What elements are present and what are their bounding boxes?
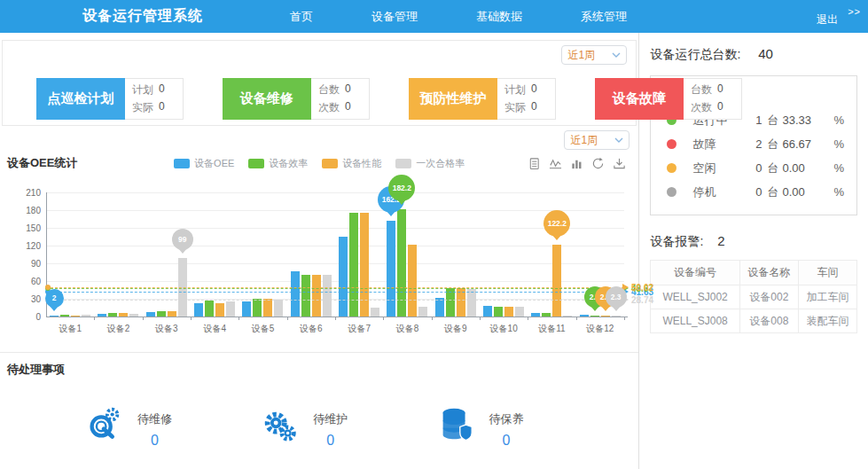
status-unit: 台 bbox=[767, 160, 778, 176]
chart-bar bbox=[263, 299, 272, 317]
legend-swatch-icon bbox=[248, 159, 264, 168]
markpoint-balloon: 182.2 bbox=[388, 175, 415, 201]
device-status-row: 空闲0台0.00% bbox=[663, 156, 844, 180]
y-tick-label: 30 bbox=[9, 294, 41, 304]
nav-item-4[interactable]: 系统管理 bbox=[581, 9, 627, 25]
save-image-icon[interactable] bbox=[613, 157, 626, 170]
card-stat-label: 实际 bbox=[132, 100, 153, 115]
summary-card-title: 设备故障 bbox=[595, 78, 684, 120]
markpoint-balloon: 2 bbox=[45, 289, 64, 308]
device-status-row: 停机0台0.00% bbox=[663, 180, 844, 204]
table-row[interactable]: WELL_SJ002设备002加工车间 bbox=[651, 285, 857, 309]
chart-bar bbox=[301, 275, 310, 317]
x-category-label: 设备7 bbox=[335, 323, 383, 335]
summary-card-4[interactable]: 设备故障台数0次数0 bbox=[595, 78, 742, 120]
todo-text: 待保养0 bbox=[489, 404, 523, 449]
table-cell: WELL_SJ002 bbox=[651, 285, 739, 309]
x-axis-tick bbox=[191, 317, 192, 320]
summary-card-1[interactable]: 点巡检计划计划0实际0 bbox=[36, 78, 184, 120]
chart-bar bbox=[371, 308, 379, 317]
legend-swatch-icon bbox=[395, 159, 411, 168]
markpoint-balloon: 2.3 bbox=[606, 286, 627, 308]
todo-item-1[interactable]: 待维修0 bbox=[84, 404, 172, 449]
chart-title: 设备OEE统计 bbox=[7, 155, 77, 171]
chart-bar bbox=[339, 237, 348, 317]
legend-item[interactable]: 设备OEE bbox=[174, 157, 234, 170]
chart-bar bbox=[323, 275, 332, 317]
card-stat-label: 台数 bbox=[691, 82, 712, 98]
card-stat-row: 计划0 bbox=[504, 82, 555, 98]
cards-range-value: 近1周 bbox=[567, 48, 595, 63]
bar-chart-icon[interactable] bbox=[570, 157, 583, 170]
x-axis-tick bbox=[287, 317, 288, 320]
status-dot-icon bbox=[667, 187, 676, 197]
cards-range-select[interactable]: 近1周 bbox=[561, 45, 627, 65]
chart-bar bbox=[387, 221, 395, 317]
table-row[interactable]: WELL_SJ008设备008装配车间 bbox=[651, 309, 857, 333]
logout-button[interactable]: 退出 bbox=[817, 12, 838, 27]
x-axis-tick bbox=[480, 317, 481, 320]
summary-card-2[interactable]: 设备维修台数0次数0 bbox=[223, 78, 370, 120]
legend-swatch-icon bbox=[174, 159, 190, 168]
card-stat-row: 台数0 bbox=[691, 82, 741, 98]
x-category-label: 设备5 bbox=[239, 323, 286, 335]
legend-item[interactable]: 设备效率 bbox=[248, 157, 308, 170]
data-view-icon[interactable] bbox=[528, 157, 541, 170]
todo-item-3[interactable]: 待保养0 bbox=[435, 404, 523, 449]
x-category-label: 设备4 bbox=[191, 323, 239, 335]
todo-item-2[interactable]: 待维护0 bbox=[260, 404, 348, 449]
header-right: >> 退出 bbox=[788, 0, 868, 33]
x-category-label: 设备10 bbox=[480, 323, 528, 335]
chart-bar bbox=[274, 300, 283, 317]
nav-item-1[interactable]: 首页 bbox=[290, 9, 313, 25]
chart-bar bbox=[515, 307, 524, 317]
card-stat-value: 0 bbox=[717, 82, 723, 98]
legend-item[interactable]: 设备性能 bbox=[322, 157, 381, 170]
nav-item-2[interactable]: 设备管理 bbox=[371, 9, 418, 25]
alarm-title-row: 设备报警: 2 bbox=[650, 233, 857, 250]
chevron-down-icon bbox=[612, 52, 621, 58]
card-stat-value: 0 bbox=[531, 82, 537, 98]
dashboard-left-pane: 近1周 点巡检计划计划0实际0设备维修台数0次数0预防性维护计划0实际0设备故障… bbox=[0, 33, 639, 469]
chart-bar bbox=[494, 307, 503, 317]
todo-items: 待维修0待维护0待保养0 bbox=[0, 378, 638, 449]
summary-card-3[interactable]: 预防性维护计划0实际0 bbox=[409, 78, 556, 120]
todo-value: 0 bbox=[326, 433, 334, 449]
line-chart-icon[interactable] bbox=[549, 157, 562, 170]
device-total-label: 设备运行总台数: bbox=[650, 47, 740, 61]
status-pct: 0.00 bbox=[782, 185, 823, 199]
alarm-table-header: 车间 bbox=[798, 261, 856, 285]
alarm-title: 设备报警: bbox=[650, 234, 703, 248]
expand-menu-button[interactable]: >> bbox=[848, 6, 861, 17]
chart-gridline bbox=[46, 263, 624, 264]
legend-item[interactable]: 一次合格率 bbox=[395, 157, 465, 170]
status-pct-unit: % bbox=[833, 161, 844, 175]
chart-toolbox bbox=[528, 157, 626, 170]
status-pct-unit: % bbox=[833, 137, 844, 151]
todo-text: 待维修0 bbox=[137, 404, 172, 449]
y-tick-label: 90 bbox=[9, 259, 41, 269]
top-nav: 首页设备管理基础数据系统管理 bbox=[290, 9, 627, 25]
alarm-table: 设备编号设备名称车间 WELL_SJ002设备002加工车间WELL_SJ008… bbox=[650, 260, 857, 333]
x-axis-tick bbox=[239, 317, 239, 320]
legend-swatch-icon bbox=[322, 159, 338, 168]
device-total-row: 设备运行总台数: 40 bbox=[650, 46, 857, 63]
chevron-down-icon bbox=[614, 137, 623, 143]
restore-icon[interactable] bbox=[591, 157, 605, 170]
status-unit: 台 bbox=[767, 184, 778, 200]
chart-gridline bbox=[46, 246, 624, 246]
status-count: 2 bbox=[747, 137, 762, 151]
status-pct: 66.67 bbox=[782, 137, 823, 151]
summary-card-stats: 计划0实际0 bbox=[125, 78, 184, 120]
nav-item-3[interactable]: 基础数据 bbox=[476, 9, 522, 25]
chart-range-select[interactable]: 近1周 bbox=[564, 130, 629, 150]
card-stat-value: 0 bbox=[159, 100, 165, 115]
markpoint-balloon: 122.2 bbox=[543, 210, 570, 237]
maintain-icon bbox=[260, 404, 301, 449]
legend-label: 设备效率 bbox=[269, 157, 308, 170]
chart-bar bbox=[119, 313, 128, 317]
chart-bar bbox=[291, 271, 300, 317]
legend-label: 设备OEE bbox=[194, 157, 234, 170]
chart-bar bbox=[483, 306, 492, 317]
average-markline bbox=[46, 288, 624, 289]
